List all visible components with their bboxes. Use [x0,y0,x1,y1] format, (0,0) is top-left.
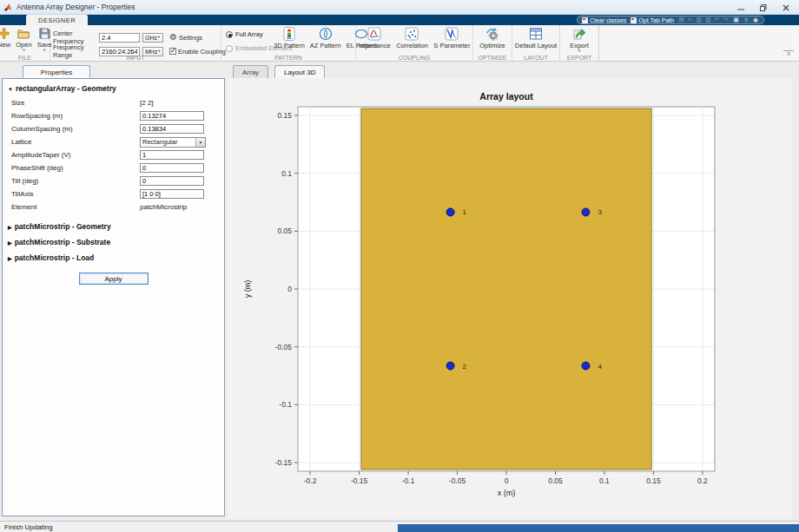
export-button[interactable]: Export ▼ [568,27,591,53]
3d-pattern-icon [282,27,296,41]
tab-array[interactable]: Array [233,65,268,78]
array-element-marker[interactable] [446,362,454,370]
y-axis-label: y (m) [243,280,252,299]
collapse-ribbon-button[interactable]: ∧ [783,50,794,58]
ribbon-group-file: New Open ▼ Save ▼ FILE [0,25,50,62]
matlab-app-icon [3,3,13,12]
array-element-label: 1 [463,208,467,216]
status-text: Finish Updating [4,523,53,531]
y-tick-label: 0.1 [281,169,292,178]
window-layout-icon[interactable]: ▣ [733,16,740,23]
property-input-tiltaxis[interactable] [140,189,204,199]
ribbon-group-pattern: Full Array Embedded Element 3D Pattern A… [221,25,356,62]
property-label: RowSpacing (m) [11,112,140,120]
array-element-label: 3 [598,208,602,216]
property-row-tiltaxis: TiltAxis [3,187,224,200]
property-input-tilt-deg[interactable] [140,176,204,186]
correlation-button[interactable]: Correlation [394,27,430,49]
expanded-arrow-icon: ▼ [8,87,13,92]
property-input-amplitudetaper-v[interactable] [140,150,204,160]
ribbon: New Open ▼ Save ▼ FILE Center Frequency … [0,25,799,62]
ground-plane[interactable] [361,108,651,470]
collapsed-section-patchmicrostrip-substrate[interactable]: ▶patchMicrostrip - Substrate [3,234,224,250]
optimize-button[interactable]: Optimize [478,27,507,49]
center-frequency-input[interactable] [99,33,140,43]
apply-button[interactable]: Apply [79,273,149,285]
array-layout-chart[interactable]: -0.2-0.15-0.1-0.0500.050.10.150.2-0.15-0… [228,78,792,519]
property-label: ColumnSpacing (m) [11,125,140,133]
property-input-rowspacing-m[interactable] [140,111,204,121]
property-value: patchMicrostrip [140,203,187,211]
collapsed-section-patchmicrostrip-load[interactable]: ▶patchMicrostrip - Load [3,250,224,266]
impedance-icon [367,27,381,41]
property-dropdown-lattice[interactable]: Rectangular▼ [140,137,206,148]
status-bar: Finish Updating [0,521,799,532]
export-dropdown-caret: ▼ [578,49,581,53]
radio-selected-icon [226,31,233,38]
property-input-columnspacing-m[interactable] [140,124,204,134]
minimize-button[interactable] [730,0,752,15]
x-tick-label: -0.1 [402,476,415,485]
quick-access-toolbar: Clear classes Opt.Tab Path ▤ ✂ ▥ ▥ ↶ ↷ ▣… [577,16,764,24]
property-label: TiltAxis [11,190,140,198]
property-value: [2 2] [140,99,154,107]
checkbox-icon [169,48,176,55]
correlation-icon [405,27,419,41]
window-title: Antenna Array Designer - Properties [17,3,135,11]
clear-classes-button[interactable]: Clear classes [582,17,626,23]
section-header-rectangulararray-geometry[interactable]: ▼rectangularArray - Geometry [3,79,224,96]
gear-icon: ⚙ [169,33,177,42]
dropdown-value: Rectangular [142,138,177,146]
array-element-marker[interactable] [582,208,590,216]
restore-button[interactable] [752,0,775,15]
x-tick-label: 0 [505,476,509,485]
property-row-phaseshift-deg: PhaseShift (deg) [3,161,224,174]
help-icon[interactable]: ? [744,17,749,23]
tab-properties[interactable]: Properties [23,65,90,79]
opt-tab-path-button[interactable]: Opt.Tab Path [631,17,674,23]
settings-button[interactable]: ⚙Settings [169,33,202,42]
y-tick-label: 0.15 [277,111,292,120]
save-dropdown-caret: ▼ [43,49,46,52]
x-tick-label: 0.1 [599,476,610,485]
collapsed-section-label: patchMicrostrip - Geometry [15,222,111,231]
chevron-down-icon: ▼ [157,49,161,53]
property-input-phaseshift-deg[interactable] [140,163,204,173]
x-axis-label: x (m) [498,489,516,497]
property-label: Size [11,99,140,107]
collapsed-section-patchmicrostrip-geometry[interactable]: ▶patchMicrostrip - Geometry [3,219,224,234]
tab-layout-3d[interactable]: Layout 3D [274,65,325,78]
property-label: PhaseShift (deg) [11,164,140,172]
array-element-label: 4 [598,363,602,371]
s-parameter-button[interactable]: S Parameter [432,27,472,49]
az-pattern-button[interactable]: AZ Pattern [308,27,343,49]
new-button[interactable]: New [0,27,12,52]
options-icon[interactable]: ◉ [753,16,759,23]
array-element-marker[interactable] [582,362,590,370]
property-label: AmplitudeTaper (V) [11,151,140,159]
tab-designer[interactable]: DESIGNER [26,15,88,25]
property-row-rowspacing-m: RowSpacing (m) [3,109,224,122]
default-layout-button[interactable]: Default Layout [513,27,558,49]
export-icon [572,27,586,41]
center-frequency-unit-dropdown[interactable]: GHz▼ [142,33,163,43]
collapsed-arrow-icon: ▶ [8,256,12,261]
open-button[interactable]: Open ▼ [14,27,33,52]
x-tick-label: -0.05 [449,476,466,485]
open-icon [17,27,30,40]
y-tick-label: 0.05 [277,227,292,235]
y-tick-label: -0.05 [275,343,293,351]
section-label-pattern: PATTERN [221,55,355,61]
az-pattern-icon [319,27,333,41]
property-row-columnspacing-m: ColumnSpacing (m) [3,122,224,135]
3d-pattern-button[interactable]: 3D Pattern [272,27,307,49]
properties-rows: Size[2 2]RowSpacing (m)ColumnSpacing (m)… [3,96,224,213]
array-element-marker[interactable] [446,208,454,216]
section-label-optimize: OPTIMIZE [473,55,512,61]
property-label: Element [11,203,140,211]
save-icon [38,27,51,40]
main-area: Properties ▼rectangularArray - Geometry … [0,62,799,521]
property-row-tilt-deg: Tilt (deg) [3,174,224,187]
close-button[interactable] [775,0,797,15]
impedance-button[interactable]: Impedance [357,27,393,49]
